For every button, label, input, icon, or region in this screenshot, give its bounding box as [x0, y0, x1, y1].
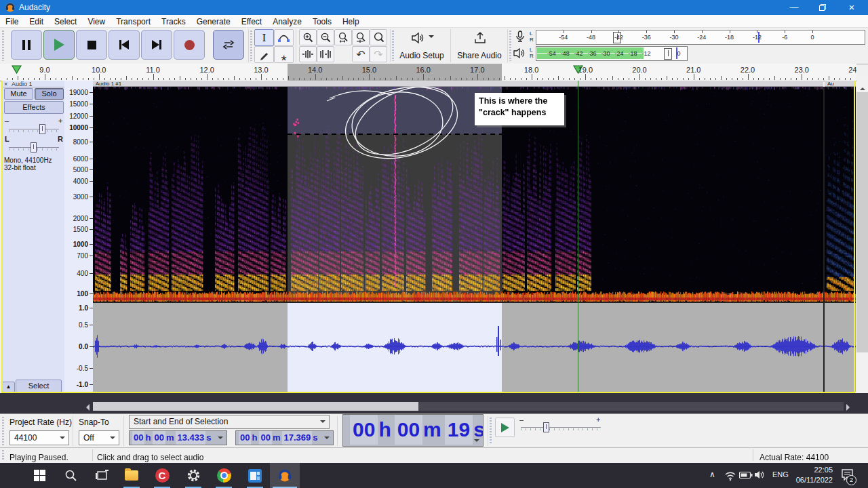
time-digits-h[interactable]: 00	[132, 431, 144, 445]
time-digits-s[interactable]: 19	[445, 415, 473, 445]
fit-project-button[interactable]	[352, 29, 370, 45]
track-close-icon[interactable]: ×	[4, 81, 7, 87]
zoom-in-button[interactable]	[299, 29, 317, 45]
time-digits-m[interactable]: 00	[259, 431, 271, 445]
skip-to-end-button[interactable]	[141, 30, 172, 60]
share-audio-button[interactable]: Share Audio	[453, 28, 506, 63]
pause-button[interactable]	[11, 30, 42, 60]
speed-slider-thumb[interactable]	[543, 422, 549, 432]
play-at-speed-button[interactable]	[495, 418, 515, 437]
tray-chevron-icon[interactable]: ∧	[709, 470, 715, 479]
snap-to-combo[interactable]: Off	[79, 430, 119, 445]
search-button[interactable]	[56, 463, 85, 488]
solo-button[interactable]: Solo	[35, 88, 64, 100]
speed-slider-track[interactable]	[521, 427, 601, 428]
scroll-right-arrow-icon[interactable]	[846, 404, 853, 411]
maximize-button[interactable]	[811, 0, 834, 15]
record-meter[interactable]: -54-48-42-36-30-24-18-12-60	[536, 30, 865, 45]
play-at-speed-grip[interactable]	[490, 418, 492, 443]
menu-help[interactable]: Help	[337, 16, 365, 28]
loop-button[interactable]	[213, 30, 244, 60]
time-field-caret-icon[interactable]	[218, 436, 223, 442]
horizontal-scrollbar-thumb[interactable]	[93, 402, 418, 411]
playback-meter-slider-thumb[interactable]	[664, 48, 672, 60]
setup-grip[interactable]	[392, 30, 394, 61]
effects-button[interactable]: Effects	[4, 101, 64, 114]
selection-mode-combo[interactable]: Start and End of Selection	[129, 415, 330, 429]
selection-end-field[interactable]: 00h00m17.369s	[235, 430, 334, 445]
undo-button[interactable]: ↶	[352, 46, 370, 62]
audio-setup-button[interactable]: Audio Setup	[396, 28, 448, 63]
quickplay-marker-icon[interactable]	[12, 65, 22, 74]
transport-grip[interactable]	[2, 30, 4, 61]
minimize-button[interactable]: —	[783, 0, 806, 15]
selection-tool-button[interactable]: I	[254, 29, 274, 46]
audacity-taskbar-button[interactable]	[270, 463, 300, 488]
menu-analyze[interactable]: Analyze	[267, 16, 307, 28]
menu-effect[interactable]: Effect	[236, 16, 267, 28]
task-view-button[interactable]	[87, 463, 117, 488]
vertical-scrollbar-thumb[interactable]	[856, 92, 868, 352]
record-button[interactable]	[174, 30, 205, 60]
draw-tool-button[interactable]	[254, 46, 274, 63]
time-digits-h[interactable]: 00	[239, 431, 251, 445]
language-indicator[interactable]: ENG	[772, 470, 789, 479]
file-explorer-button[interactable]	[117, 463, 146, 488]
play-button[interactable]	[43, 30, 75, 60]
time-digits-s[interactable]: 17.369	[282, 431, 312, 445]
selection-start-field[interactable]: 00h00m13.433s	[129, 430, 227, 445]
zoom-out-button[interactable]	[317, 29, 334, 45]
waveform-canvas[interactable]	[93, 303, 856, 392]
selection-toolbar-grip[interactable]	[2, 417, 4, 445]
track-vertical-ruler[interactable]: 1900015000120001000080006000500040003000…	[64, 81, 94, 392]
clock[interactable]: 22:05 06/11/2022	[795, 465, 833, 485]
gain-slider-thumb[interactable]	[39, 124, 45, 134]
chrome-button[interactable]	[209, 463, 239, 488]
scroll-up-arrow-icon[interactable]	[860, 85, 865, 90]
skip-to-start-button[interactable]	[108, 30, 140, 60]
trim-audio-button[interactable]	[299, 46, 317, 62]
envelope-tool-button[interactable]	[274, 29, 294, 46]
redo-button[interactable]: ↷	[370, 46, 387, 62]
menu-file[interactable]: File	[0, 16, 24, 28]
collapse-track-button[interactable]: ▲	[2, 382, 15, 392]
zoom-toggle-button[interactable]	[370, 29, 387, 45]
pan-slider-thumb[interactable]	[31, 142, 37, 152]
start-button[interactable]	[24, 463, 54, 488]
ccleaner-button[interactable]: C	[147, 463, 177, 488]
menu-tools[interactable]: Tools	[307, 16, 337, 28]
stop-button[interactable]	[76, 30, 107, 60]
time-digits-s[interactable]: 13.433	[176, 431, 205, 445]
time-field-caret-icon[interactable]	[474, 439, 479, 445]
meter-grip[interactable]	[509, 30, 511, 61]
menu-view[interactable]: View	[82, 16, 111, 28]
close-button[interactable]: ×	[840, 0, 863, 15]
project-rate-combo[interactable]: 44100	[9, 430, 69, 445]
playback-meter[interactable]: -54-48-42-36-30-24-18-120	[536, 46, 688, 61]
gain-slider-track[interactable]	[9, 129, 59, 129]
time-field-caret-icon[interactable]	[324, 436, 330, 442]
tools-grip[interactable]	[250, 30, 252, 61]
notification-center-button[interactable]: 2	[841, 468, 854, 483]
wifi-icon[interactable]	[724, 470, 736, 481]
track-header[interactable]: × Audio 1	[2, 81, 64, 87]
silence-audio-button[interactable]	[317, 46, 334, 62]
multi-tool-button[interactable]: *	[274, 46, 294, 63]
clip2-header[interactable]: Au	[825, 81, 856, 87]
track-name[interactable]: Audio 1	[12, 81, 33, 87]
fit-selection-button[interactable]	[334, 29, 352, 45]
settings-button[interactable]	[178, 463, 208, 488]
track-select-button[interactable]: Select	[16, 380, 62, 392]
menu-transport[interactable]: Transport	[111, 16, 156, 28]
menu-tracks[interactable]: Tracks	[156, 16, 191, 28]
menu-edit[interactable]: Edit	[24, 16, 49, 28]
battery-icon[interactable]	[739, 471, 753, 479]
time-digits-m[interactable]: 00	[395, 415, 422, 445]
timeline-ruler[interactable]: 9.010.011.012.013.014.015.016.017.018.01…	[0, 64, 856, 81]
menu-generate[interactable]: Generate	[191, 16, 236, 28]
time-digits-h[interactable]: 00	[350, 415, 378, 445]
volume-icon[interactable]	[754, 470, 766, 480]
clip-boundary-line[interactable]	[823, 87, 825, 392]
audio-position-field[interactable]: 00h00m19s	[342, 414, 484, 447]
scroll-left-arrow-icon[interactable]	[83, 404, 90, 411]
